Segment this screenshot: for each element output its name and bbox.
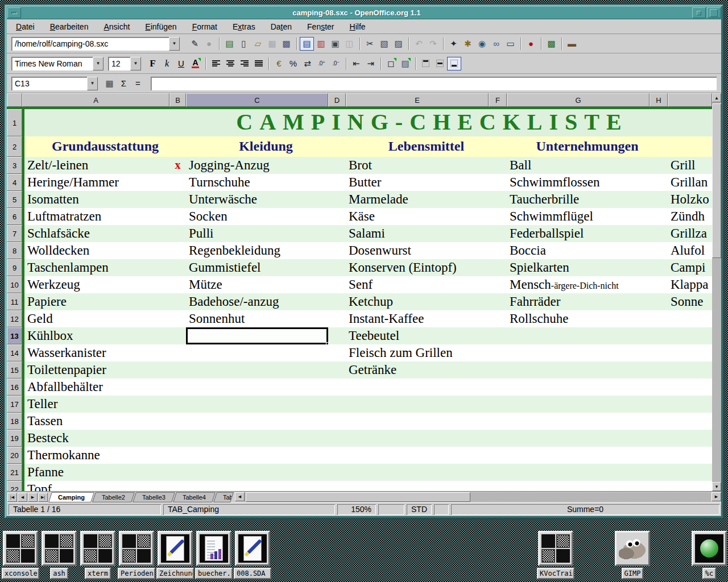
equals-icon[interactable]: = xyxy=(131,77,145,90)
export-pdf-icon[interactable]: ▥ xyxy=(314,37,328,51)
cell-E15[interactable]: Getränke xyxy=(346,361,489,379)
row-header-13[interactable]: 13 xyxy=(7,327,22,344)
cell-E14[interactable]: Fleisch zum Grillen xyxy=(346,344,489,361)
horizontal-scroll-thumb[interactable] xyxy=(246,492,470,502)
iconify-button[interactable] xyxy=(692,7,706,18)
cell-D11[interactable] xyxy=(328,293,346,310)
row-header-2[interactable]: 2 xyxy=(7,136,22,157)
cell-F4[interactable] xyxy=(489,174,507,191)
cell-A18[interactable]: Tassen xyxy=(22,413,169,430)
cell-D12[interactable] xyxy=(328,310,346,327)
cell-H7[interactable] xyxy=(650,225,668,242)
stylist-icon[interactable]: ✱ xyxy=(461,37,475,51)
cell-A21[interactable]: Pfanne xyxy=(22,464,169,481)
url-combo[interactable]: /home/rolf/camping-08.sxc ▼ xyxy=(11,37,180,51)
cell-H18[interactable] xyxy=(650,413,668,430)
cell-F16[interactable] xyxy=(489,379,507,396)
scroll-down-icon[interactable]: ▼ xyxy=(712,482,721,491)
cell-D7[interactable] xyxy=(328,225,346,242)
cell-G22[interactable] xyxy=(507,481,650,491)
cell-G10[interactable]: Mensch-ärgere-Dich-nicht xyxy=(507,276,650,293)
cell-F20[interactable] xyxy=(489,447,507,464)
cell-G16[interactable] xyxy=(507,379,650,396)
background-color-icon[interactable]: ▨ xyxy=(398,57,412,70)
cell-G4[interactable]: Schwimmflossen xyxy=(507,174,650,191)
cut-icon[interactable]: ✂ xyxy=(363,37,377,51)
cell-H14[interactable] xyxy=(650,344,668,361)
cell-G20[interactable] xyxy=(507,447,650,464)
cell-H15[interactable] xyxy=(650,361,668,379)
cell-G9[interactable]: Spielkarten xyxy=(507,259,650,276)
section-header-kleidung[interactable]: Kleidung xyxy=(186,136,346,157)
cell-H8[interactable] xyxy=(650,242,668,259)
menu-fenster[interactable]: Fenster xyxy=(307,22,334,31)
cell-B22[interactable] xyxy=(169,481,186,491)
font-size-combo[interactable]: 12 ▼ xyxy=(108,57,141,70)
cell-E17[interactable] xyxy=(346,396,489,413)
row-header-12[interactable]: 12 xyxy=(7,310,22,327)
cell-F8[interactable] xyxy=(489,242,507,259)
cell-C20[interactable] xyxy=(186,447,328,464)
horizontal-scroll-track[interactable] xyxy=(245,492,711,502)
cell-G6[interactable]: Schwimmflügel xyxy=(507,208,650,225)
url-dropdown-icon[interactable]: ▼ xyxy=(169,37,180,51)
cell-I17[interactable] xyxy=(668,396,712,413)
cell-B11[interactable] xyxy=(169,293,186,310)
column-header-A[interactable]: A xyxy=(22,93,169,107)
cell-D4[interactable] xyxy=(328,174,346,191)
cell-I11[interactable]: Sonne xyxy=(668,293,712,310)
row-header-21[interactable]: 21 xyxy=(7,464,22,481)
sum-icon[interactable]: Σ xyxy=(117,77,131,90)
sda-document-icon[interactable] xyxy=(235,531,270,566)
font-name-combo[interactable]: Times New Roman ▼ xyxy=(11,57,104,70)
cell-C9[interactable]: Gummistiefel xyxy=(186,259,328,276)
zeichnung-document-icon[interactable] xyxy=(158,531,193,566)
cell-B15[interactable] xyxy=(169,361,186,379)
cell-C12[interactable]: Sonnenhut xyxy=(186,310,328,327)
save-all-icon[interactable]: ▩ xyxy=(279,37,293,51)
row-header-7[interactable]: 7 xyxy=(7,225,22,242)
hscroll-right-icon[interactable]: ▶ xyxy=(712,492,721,501)
cell-B12[interactable] xyxy=(169,310,186,327)
row-header-10[interactable]: 10 xyxy=(7,276,22,293)
last-sheet-button[interactable]: ▶| xyxy=(38,493,48,502)
formula-input[interactable] xyxy=(151,77,717,90)
section-header-unternehmungen[interactable]: Unternehmungen xyxy=(507,136,668,157)
cell-H3[interactable] xyxy=(650,157,668,174)
cell-G8[interactable]: Boccia xyxy=(507,242,650,259)
row-header-4[interactable]: 4 xyxy=(7,174,22,191)
decrease-indent-icon[interactable]: ⇤ xyxy=(349,57,363,70)
cell-B17[interactable] xyxy=(169,396,186,413)
cell-H12[interactable] xyxy=(650,310,668,327)
cell-C16[interactable] xyxy=(186,379,328,396)
cell-G7[interactable]: Federballspiel xyxy=(507,225,650,242)
cell-I14[interactable] xyxy=(668,344,712,361)
align-center-icon[interactable] xyxy=(223,57,237,70)
cell-I16[interactable] xyxy=(668,379,712,396)
cell-H22[interactable] xyxy=(650,481,668,491)
redo-icon[interactable]: ↷ xyxy=(426,37,440,51)
cell-F11[interactable] xyxy=(489,293,507,310)
cell-C8[interactable]: Regenbekleidung xyxy=(186,242,328,259)
row-header-8[interactable]: 8 xyxy=(7,242,22,259)
cell-D9[interactable] xyxy=(328,259,346,276)
edit-file-icon[interactable]: ▤ xyxy=(300,37,314,51)
row-header-5[interactable]: 5 xyxy=(7,191,22,208)
cell-E5[interactable]: Marmelade xyxy=(346,191,489,208)
cell-I8[interactable]: Alufol xyxy=(668,242,712,259)
row-header-1[interactable]: 1 xyxy=(7,109,22,136)
cell-G3[interactable]: Ball xyxy=(507,157,650,174)
column-header-F[interactable]: F xyxy=(489,93,507,107)
open-document-icon[interactable]: ▱ xyxy=(251,37,265,51)
cell-E3[interactable]: Brot xyxy=(346,157,489,174)
cell-D20[interactable] xyxy=(328,447,346,464)
cell-A6[interactable]: Luftmatratzen xyxy=(22,208,169,225)
sheet-tab-tabelle3[interactable]: Tabelle3 xyxy=(133,492,175,502)
new-from-template-icon[interactable]: ▤ xyxy=(222,37,237,51)
cell-I7[interactable]: Grillza xyxy=(668,225,712,242)
cell-C4[interactable]: Turnschuhe xyxy=(186,174,328,191)
column-header-H[interactable]: H xyxy=(650,93,668,107)
cell-G15[interactable] xyxy=(507,361,650,379)
cell-H9[interactable] xyxy=(650,259,668,276)
cell-C11[interactable]: Badehose/-anzug xyxy=(186,293,328,310)
